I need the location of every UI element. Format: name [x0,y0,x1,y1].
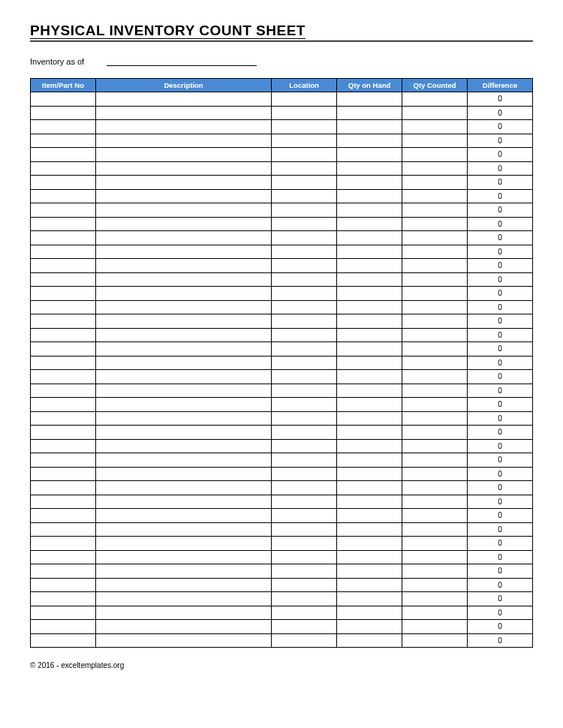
cell-location [272,537,337,551]
cell-qty-on-hand [337,398,402,412]
cell-item [31,245,96,259]
cell-qty-counted [402,578,468,592]
cell-description [95,578,271,592]
cell-description [95,203,271,218]
cell-item [31,300,96,314]
cell-item [31,495,96,509]
cell-item [31,217,96,231]
cell-description [95,328,271,342]
cell-item [31,509,96,523]
table-row: 0 [31,106,533,120]
cell-qty-on-hand [337,370,402,384]
cell-item [31,328,96,342]
cell-description [95,481,271,495]
cell-location [272,189,337,203]
cell-difference: 0 [468,606,533,620]
cell-qty-counted [402,161,468,176]
cell-item [31,106,96,120]
cell-description [95,620,271,634]
cell-location [272,426,337,440]
table-row: 0 [31,356,533,370]
cell-location [272,439,337,453]
cell-difference: 0 [468,384,533,398]
cell-item [31,203,96,218]
cell-description [95,314,271,329]
table-row: 0 [31,92,533,107]
cell-description [95,411,271,426]
cell-qty-on-hand [337,176,402,190]
cell-qty-on-hand [337,439,402,453]
cell-location [272,148,337,162]
cell-item [31,356,96,370]
cell-qty-on-hand [337,120,402,134]
cell-difference: 0 [468,217,533,231]
table-row: 0 [31,633,533,648]
cell-location [272,411,337,426]
cell-difference: 0 [468,189,533,203]
cell-qty-counted [402,370,468,384]
inventory-asof-value-line [107,56,257,66]
cell-qty-counted [402,272,468,287]
cell-location [272,398,337,412]
cell-qty-counted [402,550,468,564]
col-header-description: Description [95,79,271,92]
cell-description [95,633,271,648]
cell-difference: 0 [468,314,533,329]
cell-qty-counted [402,259,468,273]
cell-qty-on-hand [337,620,402,634]
cell-qty-counted [402,564,468,579]
cell-difference: 0 [468,370,533,384]
cell-qty-on-hand [337,259,402,273]
cell-qty-on-hand [337,217,402,231]
table-row: 0 [31,384,533,398]
cell-location [272,522,337,537]
cell-qty-on-hand [337,134,402,148]
cell-qty-counted [402,231,468,245]
inventory-table: Item/Part No Description Location Qty on… [30,78,533,648]
table-row: 0 [31,300,533,314]
cell-qty-on-hand [337,300,402,314]
cell-description [95,356,271,370]
inventory-asof-label: Inventory as of [30,57,84,66]
cell-qty-counted [402,189,468,203]
cell-location [272,620,337,634]
table-row: 0 [31,522,533,537]
cell-location [272,176,337,190]
cell-qty-on-hand [337,550,402,564]
cell-qty-counted [402,300,468,314]
table-row: 0 [31,439,533,453]
cell-item [31,314,96,329]
cell-difference: 0 [468,467,533,481]
cell-description [95,439,271,453]
table-row: 0 [31,398,533,412]
cell-description [95,161,271,176]
table-row: 0 [31,189,533,203]
cell-difference: 0 [468,342,533,356]
cell-location [272,92,337,107]
page-title: PHYSICAL INVENTORY COUNT SHEET [30,23,533,41]
cell-item [31,120,96,134]
cell-difference: 0 [468,633,533,648]
cell-qty-counted [402,411,468,426]
table-row: 0 [31,287,533,301]
table-row: 0 [31,342,533,356]
col-header-item: Item/Part No [31,79,96,92]
cell-qty-on-hand [337,495,402,509]
cell-qty-counted [402,620,468,634]
table-row: 0 [31,481,533,495]
cell-difference: 0 [468,161,533,176]
cell-location [272,467,337,481]
cell-difference: 0 [468,245,533,259]
cell-item [31,384,96,398]
cell-item [31,342,96,356]
cell-qty-on-hand [337,106,402,120]
cell-difference: 0 [468,522,533,537]
cell-qty-counted [402,328,468,342]
cell-difference: 0 [468,272,533,287]
table-row: 0 [31,272,533,287]
cell-item [31,231,96,245]
cell-difference: 0 [468,564,533,579]
table-row: 0 [31,203,533,218]
cell-qty-on-hand [337,453,402,468]
cell-item [31,439,96,453]
